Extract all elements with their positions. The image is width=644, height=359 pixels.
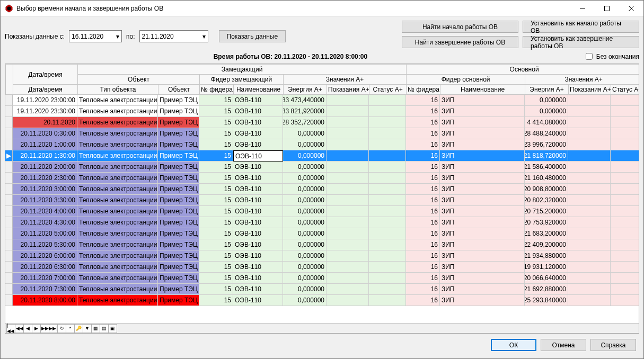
- cell-type[interactable]: Тепловые электростанции: [77, 250, 158, 262]
- cell-status-2[interactable]: [611, 95, 639, 106]
- col-name-1[interactable]: Наименование: [234, 85, 284, 95]
- cell-feeder-no-2[interactable]: 16: [406, 217, 440, 228]
- cell-energy-1[interactable]: 0,000000: [283, 250, 327, 262]
- nav-key-button[interactable]: 🔑: [74, 324, 83, 333]
- table-row[interactable]: 20.11.2020 2:00:00Тепловые электростанци…: [5, 161, 639, 173]
- cell-name-2[interactable]: ЗИП: [440, 250, 525, 262]
- col-status-1[interactable]: Статус A+: [369, 85, 407, 95]
- cell-status-1[interactable]: [369, 173, 406, 184]
- cell-datetime[interactable]: 20.11.2020 4:00:00: [13, 206, 77, 217]
- cell-type[interactable]: Тепловые электростанции: [77, 284, 158, 295]
- cell-feeder-no-1[interactable]: 15: [199, 106, 233, 117]
- cell-status-1[interactable]: [369, 262, 406, 273]
- cell-object[interactable]: Пример ТЭЦ: [158, 228, 199, 239]
- table-row[interactable]: 20.11.2020 5:30:00Тепловые электростанци…: [5, 239, 639, 250]
- col-status-2[interactable]: Статус A+: [611, 85, 639, 95]
- cell-type[interactable]: Тепловые электростанции: [77, 295, 158, 306]
- cell-readings-1[interactable]: [327, 284, 369, 295]
- cell-type[interactable]: Тепловые электростанции: [77, 150, 158, 161]
- cell-energy-1[interactable]: 0,000000: [283, 228, 327, 239]
- cell-datetime[interactable]: 20.11.2020 2:00:00: [13, 161, 77, 173]
- cell-energy-1[interactable]: 0,000000: [283, 262, 327, 273]
- table-row[interactable]: 20.11.2020 7:00:00Тепловые электростанци…: [5, 273, 639, 284]
- cell-energy-2[interactable]: 4 414,080000: [525, 117, 568, 128]
- cell-status-2[interactable]: [611, 273, 639, 284]
- cell-feeder-no-2[interactable]: 16: [406, 184, 440, 195]
- cell-status-2[interactable]: [611, 262, 639, 273]
- cell-feeder-no-2[interactable]: 16: [406, 173, 440, 184]
- table-row[interactable]: 20.11.2020 4:00:00Тепловые электростанци…: [5, 206, 639, 217]
- cell-name-2[interactable]: ЗИП: [440, 262, 525, 273]
- cell-datetime[interactable]: 20.11.2020: [13, 117, 77, 128]
- cell-readings-1[interactable]: [327, 217, 369, 228]
- cell-readings-2[interactable]: [568, 95, 611, 106]
- cell-status-2[interactable]: [611, 195, 639, 206]
- col-feeder-sub-group[interactable]: Фидер замещающий: [200, 75, 284, 85]
- cell-datetime[interactable]: 20.11.2020 7:00:00: [13, 273, 77, 284]
- nav-refresh-button[interactable]: ↻: [57, 324, 66, 333]
- cell-object[interactable]: Пример ТЭЦ: [158, 95, 199, 106]
- cell-datetime[interactable]: 19.11.2020 23:30:00: [13, 106, 77, 117]
- table-row[interactable]: 20.11.2020 6:30:00Тепловые электростанци…: [5, 262, 639, 273]
- cell-status-2[interactable]: [611, 250, 639, 262]
- cell-status-1[interactable]: [369, 206, 406, 217]
- cell-object[interactable]: Пример ТЭЦ: [158, 250, 199, 262]
- cell-name-2[interactable]: ЗИП: [440, 150, 525, 161]
- cell-datetime[interactable]: 20.11.2020 8:00:00: [13, 295, 77, 306]
- cell-readings-1[interactable]: [327, 95, 369, 106]
- nav-filter-button[interactable]: ▼: [83, 324, 92, 333]
- cell-object[interactable]: Пример ТЭЦ: [158, 262, 199, 273]
- col-object-group[interactable]: Объект: [78, 75, 200, 85]
- cell-feeder-no-1[interactable]: 15: [199, 206, 233, 217]
- cell-energy-2[interactable]: 21 692,880000: [525, 284, 568, 295]
- col-type[interactable]: Тип объекта: [78, 85, 158, 95]
- cell-readings-1[interactable]: [327, 195, 369, 206]
- cell-name-1[interactable]: ОЭВ-110: [233, 195, 283, 206]
- table-row[interactable]: 20.11.2020 2:30:00Тепловые электростанци…: [5, 173, 639, 184]
- cell-readings-2[interactable]: [568, 206, 611, 217]
- cell-status-2[interactable]: [611, 284, 639, 295]
- cell-name-2[interactable]: ЗИП: [440, 239, 525, 250]
- cell-status-1[interactable]: [369, 128, 406, 139]
- nav-bookmark-button[interactable]: *: [66, 324, 75, 333]
- cell-status-1[interactable]: [369, 195, 406, 206]
- cell-type[interactable]: Тепловые электростанции: [77, 161, 158, 173]
- nav-prevpage-button[interactable]: ◀◀: [15, 324, 24, 333]
- cell-feeder-no-1[interactable]: 15: [199, 217, 233, 228]
- cell-name-2[interactable]: ЗИП: [440, 217, 525, 228]
- cell-status-1[interactable]: [369, 161, 406, 173]
- cell-datetime[interactable]: 19.11.2020 23:00:00: [13, 95, 77, 106]
- cell-readings-1[interactable]: [327, 106, 369, 117]
- cell-energy-2[interactable]: 20 908,800000: [525, 184, 568, 195]
- cell-readings-2[interactable]: [568, 295, 611, 306]
- cell-datetime[interactable]: 20.11.2020 1:30:00: [13, 150, 77, 161]
- table-row[interactable]: ▶20.11.2020 1:30:00Тепловые электростанц…: [5, 150, 639, 161]
- cell-name-1[interactable]: ОЭВ-110: [233, 173, 283, 184]
- cell-type[interactable]: Тепловые электростанции: [77, 139, 158, 150]
- cell-energy-2[interactable]: 21 160,480000: [525, 173, 568, 184]
- cell-status-1[interactable]: [369, 106, 406, 117]
- cell-readings-2[interactable]: [568, 106, 611, 117]
- cell-feeder-no-1[interactable]: 15: [199, 195, 233, 206]
- cell-feeder-no-1[interactable]: 15: [199, 139, 233, 150]
- cell-feeder-no-1[interactable]: 15: [199, 250, 233, 262]
- cell-status-1[interactable]: [369, 184, 406, 195]
- cell-type[interactable]: Тепловые электростанции: [77, 195, 158, 206]
- table-row[interactable]: 20.11.2020 8:00:00Тепловые электростанци…: [5, 295, 639, 306]
- cell-name-2[interactable]: ЗИП: [440, 206, 525, 217]
- cell-energy-2[interactable]: 22 409,200000: [525, 239, 568, 250]
- table-row[interactable]: 20.11.2020 5:00:00Тепловые электростанци…: [5, 228, 639, 239]
- no-end-checkbox-input[interactable]: [586, 53, 593, 60]
- cell-name-2[interactable]: ЗИП: [440, 173, 525, 184]
- cell-status-1[interactable]: [369, 228, 406, 239]
- cell-status-2[interactable]: [611, 239, 639, 250]
- cell-feeder-no-1[interactable]: 15: [199, 150, 233, 161]
- cell-datetime[interactable]: 20.11.2020 7:30:00: [13, 284, 77, 295]
- cell-name-1[interactable]: ОЭВ-110: [233, 262, 283, 273]
- cell-type[interactable]: Тепловые электростанции: [77, 273, 158, 284]
- cell-object[interactable]: Пример ТЭЦ: [158, 150, 199, 161]
- cell-name-1[interactable]: ОЭВ-110: [233, 217, 283, 228]
- cell-name-2[interactable]: ЗИП: [440, 117, 525, 128]
- cell-name-2[interactable]: ЗИП: [440, 228, 525, 239]
- col-sub-group[interactable]: Замещающий: [78, 65, 407, 75]
